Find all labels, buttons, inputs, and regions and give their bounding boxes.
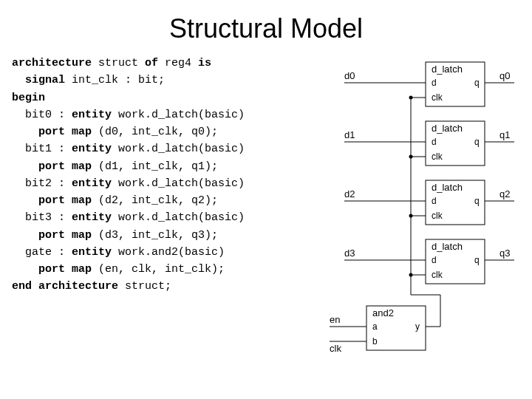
port-clk: clk	[432, 211, 443, 221]
latch-0: d_latch d q clk	[426, 62, 485, 106]
latch-2: d_latch d q clk	[426, 180, 485, 225]
input-d2: d2	[344, 188, 355, 200]
code-text: work.d_latch(basic)	[112, 109, 245, 121]
schematic-diagram: d_latch d q clk d0 q0 d_latch d q clk d1…	[322, 55, 522, 372]
port-a: a	[372, 321, 378, 332]
output-q3: q3	[499, 248, 510, 259]
code-text: gate :	[12, 246, 72, 259]
code-text: struct;	[118, 280, 171, 293]
kw-port-map: port map	[12, 160, 92, 173]
port-y: y	[415, 321, 420, 332]
code-text: bit2 :	[12, 177, 72, 190]
code-text: reg4	[158, 57, 198, 69]
code-text: (d2, int_clk, q2);	[92, 194, 218, 207]
latch-1: d_latch d q clk	[426, 121, 485, 166]
code-text: struct	[92, 57, 145, 69]
kw-of: of	[145, 57, 158, 69]
output-q2: q2	[499, 188, 510, 200]
code-text: (d1, int_clk, q1);	[92, 160, 218, 173]
kw-entity: entity	[72, 177, 112, 190]
kw-entity: entity	[72, 211, 112, 224]
input-clk: clk	[330, 343, 341, 354]
port-clk: clk	[432, 151, 443, 162]
kw-end-architecture: end architecture	[12, 280, 118, 293]
code-block: architecture struct of reg4 is signal in…	[12, 55, 322, 372]
port-b: b	[372, 336, 378, 347]
kw-entity: entity	[72, 246, 112, 259]
latch-label: d_latch	[432, 123, 463, 134]
port-q: q	[474, 196, 480, 206]
port-clk: clk	[432, 270, 443, 280]
code-text: bit0 :	[12, 109, 72, 121]
code-text: (d0, int_clk, q0);	[92, 126, 218, 138]
port-q: q	[474, 255, 480, 265]
code-text: bit1 :	[12, 143, 72, 155]
svg-point-24	[409, 155, 413, 159]
and2-gate: and2 a y b	[366, 306, 426, 350]
and-label: and2	[372, 307, 394, 318]
port-d: d	[432, 255, 437, 265]
code-text: (en, clk, int_clk);	[92, 263, 225, 276]
latch-label: d_latch	[432, 182, 463, 193]
latch-label: d_latch	[432, 241, 463, 252]
kw-port-map: port map	[12, 263, 92, 276]
latch-label: d_latch	[432, 64, 463, 75]
port-clk: clk	[432, 92, 443, 103]
output-q1: q1	[499, 129, 510, 140]
code-text: bit3 :	[12, 211, 72, 224]
svg-point-23	[409, 96, 413, 100]
code-text: work.and2(basic)	[112, 246, 225, 259]
svg-point-26	[409, 273, 413, 277]
code-text: work.d_latch(basic)	[112, 211, 245, 224]
code-text: work.d_latch(basic)	[112, 143, 245, 155]
port-d: d	[432, 137, 437, 147]
page-title: Structural Model	[0, 13, 532, 44]
content-row: architecture struct of reg4 is signal in…	[0, 55, 532, 372]
output-q0: q0	[499, 70, 510, 81]
kw-entity: entity	[72, 143, 112, 155]
port-q: q	[474, 78, 480, 88]
schematic-svg: d_latch d q clk d0 q0 d_latch d q clk d1…	[322, 55, 522, 372]
kw-signal: signal	[12, 74, 65, 86]
kw-begin: begin	[12, 92, 45, 104]
input-d0: d0	[344, 70, 355, 81]
port-d: d	[432, 196, 437, 206]
input-en: en	[330, 314, 340, 325]
kw-architecture: architecture	[12, 57, 92, 69]
latch-3: d_latch d q clk	[426, 239, 485, 284]
svg-point-25	[409, 214, 413, 218]
kw-entity: entity	[72, 109, 112, 121]
input-d1: d1	[344, 129, 355, 140]
port-q: q	[474, 137, 480, 147]
input-d3: d3	[344, 248, 355, 259]
kw-is: is	[198, 57, 211, 69]
kw-port-map: port map	[12, 126, 92, 138]
port-d: d	[432, 78, 437, 88]
code-text: (d3, int_clk, q3);	[92, 229, 218, 242]
kw-port-map: port map	[12, 229, 92, 242]
code-text: work.d_latch(basic)	[112, 177, 245, 190]
code-text: int_clk : bit;	[65, 74, 165, 86]
kw-port-map: port map	[12, 194, 92, 207]
